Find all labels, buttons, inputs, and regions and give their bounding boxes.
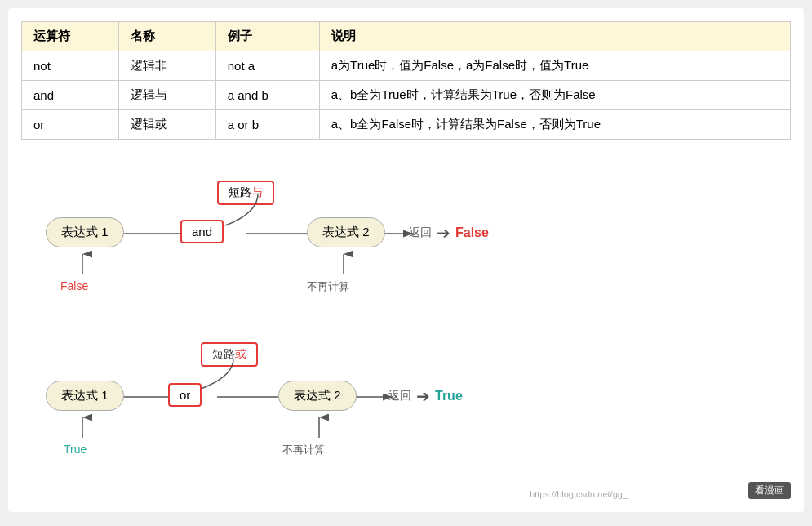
or-operator-box: or xyxy=(168,383,202,407)
or-return-section: 返回 ➔ True xyxy=(388,386,463,406)
or-diagram-section: 短路或 xyxy=(21,328,791,499)
table-row: and 逻辑与 a and b a、b全为True时，计算结果为True，否则为… xyxy=(22,81,791,110)
operator-cell: and xyxy=(22,81,119,110)
and-expr1-text: 表达式 1 xyxy=(61,225,109,240)
or-below-expr1: True xyxy=(64,442,87,456)
example-cell: a and b xyxy=(215,81,319,110)
operator-cell: or xyxy=(22,110,119,140)
description-cell: a、b全为False时，计算结果为False，否则为True xyxy=(319,110,790,140)
and-short-circuit-label: 短路与 xyxy=(217,181,274,205)
url-watermark: https://blog.csdn.net/gg_ xyxy=(530,489,628,499)
or-return-label: 返回 xyxy=(388,389,411,403)
and-return-section: 返回 ➔ False xyxy=(409,223,489,243)
and-diagram-section: 短路与 xyxy=(21,164,791,328)
and-expr1-pill: 表达式 1 xyxy=(46,217,124,247)
col-header-example: 例子 xyxy=(215,22,319,51)
example-cell: not a xyxy=(215,51,319,81)
operator-cell: not xyxy=(22,51,119,81)
name-cell: 逻辑与 xyxy=(118,81,215,110)
and-label-text: 短路与 xyxy=(229,185,263,200)
or-below-expr2: 不再计算 xyxy=(282,442,325,457)
and-below-expr2: 不再计算 xyxy=(307,279,349,294)
and-below-expr1: False xyxy=(60,279,88,292)
example-cell: a or b xyxy=(215,110,319,140)
or-operator-text: or xyxy=(180,388,190,402)
or-result-text: True xyxy=(435,389,463,403)
and-operator-text: and xyxy=(192,225,212,238)
col-header-operator: 运算符 xyxy=(22,22,119,51)
table-row: or 逻辑或 a or b a、b全为False时，计算结果为False，否则为… xyxy=(22,110,791,140)
and-expr2-text: 表达式 2 xyxy=(322,225,370,240)
and-operator-box: and xyxy=(180,220,224,243)
or-expr1-text: 表达式 1 xyxy=(61,388,109,403)
site-text: 看漫画 xyxy=(755,484,784,496)
and-result-text: False xyxy=(455,225,489,240)
or-label-text: 短路或 xyxy=(212,347,246,362)
and-false-label: False xyxy=(60,279,88,292)
name-cell: 逻辑或 xyxy=(118,110,215,140)
or-expr1-pill: 表达式 1 xyxy=(46,381,124,411)
table-row: not 逻辑非 not a a为True时，值为False，a为False时，值… xyxy=(22,51,791,81)
site-watermark: 看漫画 xyxy=(748,482,791,499)
or-true-label: True xyxy=(64,443,87,456)
or-short-circuit-label: 短路或 xyxy=(201,342,258,367)
or-expr2-text: 表达式 2 xyxy=(294,388,341,403)
col-header-name: 名称 xyxy=(118,22,215,51)
and-return-label: 返回 xyxy=(409,225,432,240)
name-cell: 逻辑非 xyxy=(118,51,215,81)
description-cell: a为True时，值为False，a为False时，值为True xyxy=(319,51,790,81)
col-header-description: 说明 xyxy=(319,22,790,51)
or-expr2-pill: 表达式 2 xyxy=(278,381,357,411)
url-text: https://blog.csdn.net/gg_ xyxy=(530,489,628,499)
and-expr2-pill: 表达式 2 xyxy=(307,217,385,247)
and-connectors xyxy=(38,172,774,311)
or-no-calc-label: 不再计算 xyxy=(282,444,325,456)
main-container: 运算符 名称 例子 说明 not 逻辑非 not a a为True时，值为Fal… xyxy=(8,8,804,512)
description-cell: a、b全为True时，计算结果为True，否则为False xyxy=(319,81,790,110)
and-no-calc-label: 不再计算 xyxy=(307,280,349,292)
logic-operators-table: 运算符 名称 例子 说明 not 逻辑非 not a a为True时，值为Fal… xyxy=(21,21,791,140)
